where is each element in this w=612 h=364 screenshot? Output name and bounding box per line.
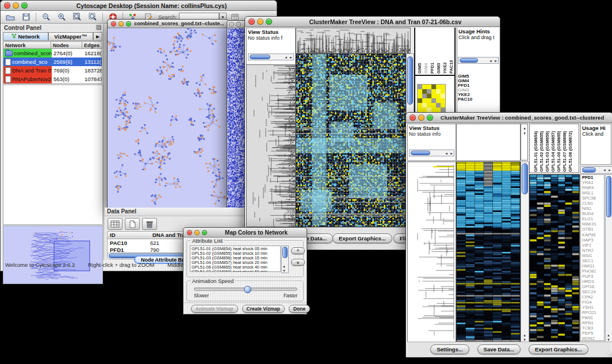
scroll-up-icon[interactable]: ▴ (522, 126, 527, 130)
scrollbar-thumb[interactable] (250, 55, 270, 59)
matrix-cell[interactable] (441, 94, 445, 98)
gene-list-vscrollbar[interactable]: ▴ ▾ (605, 174, 612, 342)
open-icon[interactable] (3, 12, 17, 22)
minimize-icon[interactable] (418, 114, 424, 121)
new-attribute-icon[interactable] (125, 218, 140, 230)
network-view-titlebar[interactable]: combined_scores_good.txt--cluste... (108, 20, 228, 28)
matrix-cell[interactable] (441, 103, 445, 108)
move-up-button[interactable]: ^ (291, 247, 305, 254)
gene-label[interactable]: HRD3 (582, 279, 604, 284)
gene-label[interactable]: CLN1 (582, 201, 604, 206)
matrix-cell[interactable] (418, 89, 422, 94)
gene-label[interactable]: FIG4 (582, 300, 604, 305)
gene-label[interactable]: PEP5 (582, 331, 604, 336)
main-titlebar[interactable]: Cytoscape Desktop (Session Name: collins… (1, 1, 277, 11)
treeview1-titlebar[interactable]: ClusterMaker TreeView : DNA and Tran 07-… (245, 17, 500, 27)
matrix-cell[interactable] (418, 94, 422, 98)
column-label[interactable]: GIM3 (436, 29, 441, 74)
attribute-list-vscrollbar[interactable]: ▴ ▾ (281, 246, 289, 273)
scroll-down-icon[interactable]: ▾ (522, 338, 527, 342)
global-heatmap-canvas[interactable] (456, 162, 521, 342)
row-dendrogram-canvas[interactable] (407, 162, 456, 342)
gene-label[interactable]: TCB3 (582, 325, 604, 331)
matrix-cell[interactable] (441, 89, 445, 94)
network-list-row[interactable]: combined_scores 2764(0) 16218(0) (3, 49, 102, 58)
zoom-window-icon[interactable] (266, 18, 272, 25)
minimize-icon[interactable] (257, 18, 263, 25)
gene-label[interactable]: GPI16 (582, 284, 604, 289)
matrix-cell[interactable] (422, 108, 427, 112)
gene-list-hscrollbar[interactable]: ◂ ▸ (580, 166, 612, 174)
matrix-cell[interactable] (436, 89, 441, 94)
tab-network[interactable]: Network (3, 32, 48, 41)
scroll-down-icon[interactable]: ▾ (522, 131, 527, 135)
column-dendrogram-canvas[interactable] (296, 28, 411, 53)
column-label[interactable]: PAC10 (449, 29, 454, 74)
matrix-cell[interactable] (418, 108, 422, 112)
matrix-cell[interactable] (427, 108, 431, 112)
column-tree-panel[interactable] (456, 124, 521, 161)
gene-label[interactable]: YRA1 (582, 180, 604, 185)
row-label[interactable]: PAC10 (458, 97, 472, 102)
column-label[interactable]: GPL51-07 (GSM868) (562, 126, 567, 172)
column-label[interactable]: GIM5 (417, 29, 422, 74)
view-status-hscrollbar[interactable]: ◂ ▸ (409, 150, 454, 156)
minimize-icon[interactable] (236, 22, 241, 27)
matrix-cell[interactable] (427, 103, 431, 108)
column-label[interactable]: GIM4 (423, 29, 429, 74)
scroll-down-icon[interactable]: ▾ (282, 269, 286, 273)
scrollbar-thumb[interactable] (411, 151, 430, 155)
scroll-left-icon[interactable]: ◂ (284, 55, 288, 59)
matrix-cell[interactable] (418, 103, 422, 108)
scroll-up-icon[interactable]: ▴ (522, 333, 527, 337)
move-down-button[interactable]: v (291, 259, 305, 266)
attribute-list-item[interactable]: GPL51-07 (GSM868) heat shock 60 min (192, 270, 280, 272)
gene-label[interactable]: YSH1 (582, 305, 604, 310)
delete-attribute-icon[interactable] (142, 218, 157, 230)
matrix-cell[interactable] (441, 85, 445, 89)
minimize-icon[interactable] (13, 2, 19, 9)
scroll-up-icon[interactable]: ▴ (606, 333, 611, 337)
gene-label[interactable]: KAP95 (582, 232, 604, 237)
gene-label[interactable]: MAK31 (582, 221, 604, 227)
tab-overflow-icon[interactable]: ▶ (93, 32, 102, 41)
gene-label[interactable]: ELG1 (582, 216, 604, 221)
column-label[interactable]: GPL51-01 (GSM854) (533, 126, 538, 172)
treeview2-action-button[interactable]: Export Graphics... (529, 344, 588, 354)
tab-vizmapper[interactable]: VizMapper™ (48, 32, 94, 41)
gene-label[interactable]: VIP1 (582, 243, 604, 248)
matrix-cell[interactable] (431, 85, 436, 89)
matrix-cell[interactable] (436, 103, 441, 108)
treeview2-titlebar[interactable]: ClusterMaker TreeView : combined_scores_… (406, 113, 612, 123)
matrix-cell[interactable] (418, 98, 422, 103)
done-button[interactable]: Done (289, 305, 310, 313)
matrix-cell[interactable] (422, 98, 427, 103)
background-window-titlebar[interactable] (227, 21, 247, 28)
zoom-window-icon[interactable] (202, 230, 207, 235)
matrix-cell[interactable] (422, 103, 427, 108)
matrix-cell[interactable] (436, 98, 441, 103)
close-icon[interactable] (248, 18, 255, 25)
heatmap-canvas[interactable] (296, 53, 406, 227)
close-icon[interactable] (111, 21, 116, 26)
gene-label[interactable]: MSI1 (582, 253, 604, 258)
scrollbar-thumb[interactable] (407, 56, 413, 105)
matrix-cell[interactable] (441, 108, 445, 112)
matrix-cell[interactable] (436, 94, 441, 98)
zoom-heatmap-canvas[interactable] (529, 174, 580, 342)
gene-label[interactable]: PHO81 (582, 269, 604, 274)
gene-label[interactable]: BUD4 (582, 211, 604, 216)
gene-label[interactable]: NTR2 (582, 248, 604, 253)
close-icon[interactable] (4, 2, 10, 9)
gene-label[interactable]: SEC24 (582, 289, 604, 294)
network-view-canvas[interactable] (108, 28, 227, 208)
network-overview-panel[interactable] (3, 225, 103, 284)
scroll-right-icon[interactable]: ▸ (289, 55, 293, 59)
network-list-row[interactable]: DNA and Tran 07 769(0) 183728(0) (3, 66, 102, 75)
scroll-right-icon[interactable]: ▸ (494, 59, 498, 63)
network-overview-canvas[interactable] (3, 226, 101, 282)
scrollbar-thumb[interactable] (282, 247, 288, 258)
save-icon[interactable] (19, 12, 33, 22)
column-label[interactable]: GPL51-08 (GSM872) (568, 126, 573, 172)
zoom-out-icon[interactable] (39, 12, 53, 22)
